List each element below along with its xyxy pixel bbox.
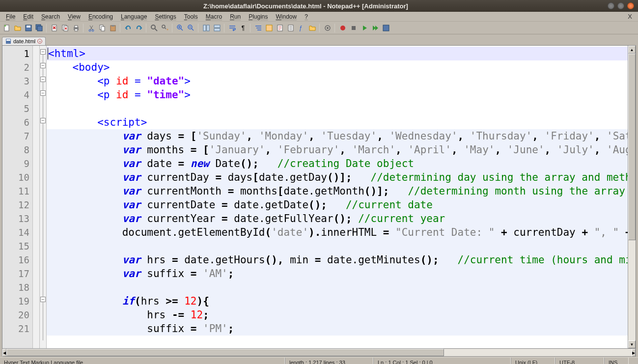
udl-icon[interactable]	[264, 23, 274, 33]
folder-icon[interactable]	[307, 23, 317, 33]
svg-text:ƒ: ƒ	[299, 25, 303, 31]
open-file-icon[interactable]	[13, 23, 23, 33]
svg-rect-23	[207, 25, 209, 31]
fold-toggle-icon[interactable]	[40, 297, 46, 302]
menu-edit[interactable]: Edit	[19, 12, 37, 21]
status-cursor: Ln : 1 Col : 1 Sel : 0 | 0	[373, 358, 511, 364]
scroll-right-icon[interactable]: ▶	[632, 349, 636, 357]
menu-file[interactable]: File	[2, 12, 19, 21]
maximize-button[interactable]	[617, 2, 624, 9]
vertical-scrollbar[interactable]: ▲ ▼	[628, 46, 636, 348]
sync-h-icon[interactable]	[212, 23, 222, 33]
save-macro-icon[interactable]	[381, 23, 391, 33]
fold-toggle-icon[interactable]	[40, 90, 46, 96]
status-encoding[interactable]: UTF-8	[555, 358, 604, 364]
status-language: Hyper Text Markup Language file	[0, 358, 285, 364]
status-length: length : 1,217 lines : 33	[285, 358, 373, 364]
menu-window[interactable]: Window	[272, 12, 301, 21]
toolbar: ¶ ƒ	[0, 22, 638, 34]
svg-rect-36	[6, 39, 10, 41]
scroll-thumb[interactable]	[628, 54, 636, 240]
menu-settings[interactable]: Settings	[151, 12, 180, 21]
close-button[interactable]	[627, 2, 634, 9]
fold-toggle-icon[interactable]	[40, 63, 46, 68]
undo-icon[interactable]	[123, 23, 133, 33]
monitor-icon[interactable]	[323, 23, 333, 33]
file-icon	[5, 38, 11, 44]
fold-toggle-icon[interactable]	[40, 49, 46, 55]
copy-icon[interactable]	[97, 23, 107, 33]
titlebar: Z:\home\dataflair\Documents\date.html - …	[0, 0, 638, 12]
stop-macro-icon[interactable]	[349, 23, 359, 33]
tabbar: date.html ×	[0, 34, 638, 45]
horizontal-scrollbar[interactable]: ◀ ▶	[2, 349, 636, 357]
doc-list-icon[interactable]	[286, 23, 296, 33]
play-macro-icon[interactable]	[360, 23, 369, 33]
svg-rect-3	[27, 26, 30, 28]
svg-rect-24	[214, 25, 220, 28]
menubar: File Edit Search View Encoding Language …	[0, 12, 638, 22]
tab-date-html[interactable]: date.html ×	[2, 37, 46, 45]
editor: 123456789101112131415161718192021 <html>…	[2, 45, 636, 349]
menu-search[interactable]: Search	[37, 12, 64, 21]
paste-icon[interactable]	[108, 23, 118, 33]
close-all-icon[interactable]	[60, 23, 70, 33]
menu-help[interactable]: ?	[301, 12, 312, 21]
svg-rect-22	[203, 25, 206, 31]
zoom-out-icon[interactable]	[186, 23, 196, 33]
cut-icon[interactable]	[86, 23, 96, 33]
fold-margin	[40, 46, 47, 348]
svg-rect-11	[75, 29, 78, 31]
print-icon[interactable]	[71, 23, 81, 33]
all-chars-icon[interactable]: ¶	[238, 23, 248, 33]
tab-label: date.html	[13, 38, 35, 44]
scroll-down-icon[interactable]: ▼	[628, 340, 636, 348]
scroll-thumb[interactable]	[6, 349, 444, 356]
wordwrap-icon[interactable]	[227, 23, 237, 33]
new-file-icon[interactable]	[2, 23, 12, 33]
svg-rect-1	[4, 25, 6, 27]
save-icon[interactable]	[24, 23, 33, 33]
svg-rect-26	[266, 25, 272, 31]
svg-rect-5	[37, 26, 42, 31]
doc-map-icon[interactable]	[275, 23, 285, 33]
svg-rect-10	[75, 26, 78, 28]
find-icon[interactable]	[149, 23, 159, 33]
menu-macro[interactable]: Macro	[202, 12, 226, 21]
menu-plugins[interactable]: Plugins	[245, 12, 272, 21]
line-number-gutter: 123456789101112131415161718192021	[2, 46, 33, 348]
redo-icon[interactable]	[134, 23, 144, 33]
function-list-icon[interactable]: ƒ	[297, 23, 306, 33]
menu-run[interactable]: Run	[226, 12, 245, 21]
status-insert-mode[interactable]: INS	[604, 358, 629, 364]
fold-toggle-icon[interactable]	[40, 77, 46, 82]
close-file-icon[interactable]	[50, 23, 59, 33]
scroll-up-icon[interactable]: ▲	[628, 46, 636, 54]
status-eol[interactable]: Unix (LF)	[511, 358, 555, 364]
zoom-in-icon[interactable]	[175, 23, 185, 33]
tab-close-icon[interactable]: ×	[37, 39, 42, 44]
marker-margin	[33, 46, 40, 348]
code-area[interactable]: <html> <body> <p id = "date"> <p id = "t…	[47, 46, 628, 348]
minimize-button[interactable]	[608, 2, 614, 9]
menu-tools[interactable]: Tools	[180, 12, 202, 21]
svg-rect-33	[352, 26, 356, 30]
replace-icon[interactable]	[160, 23, 170, 33]
save-all-icon[interactable]	[34, 23, 44, 33]
indent-guide-icon[interactable]	[253, 23, 263, 33]
svg-point-31	[327, 27, 329, 29]
svg-point-18	[151, 25, 155, 29]
menu-encoding[interactable]: Encoding	[84, 12, 117, 21]
sync-v-icon[interactable]	[201, 23, 211, 33]
svg-point-32	[340, 26, 345, 30]
window-title: Z:\home\dataflair\Documents\date.html - …	[4, 2, 608, 10]
fold-toggle-icon[interactable]	[40, 118, 46, 123]
menu-language[interactable]: Language	[117, 12, 151, 21]
menu-view[interactable]: View	[64, 12, 84, 21]
svg-rect-17	[111, 25, 114, 27]
close-doc-x-icon[interactable]: X	[624, 13, 636, 20]
record-macro-icon[interactable]	[338, 23, 348, 33]
scroll-left-icon[interactable]: ◀	[2, 349, 6, 357]
svg-rect-15	[101, 27, 105, 31]
play-multi-icon[interactable]	[370, 23, 380, 33]
